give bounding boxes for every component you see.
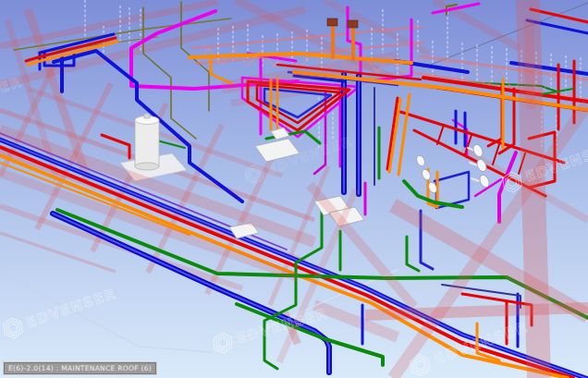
lavatory-oval bbox=[421, 168, 432, 181]
edvenser-logo-icon bbox=[6, 320, 20, 336]
vent-cap bbox=[327, 18, 337, 26]
edvenser-logo-icon bbox=[412, 357, 428, 374]
pipe-segment bbox=[472, 178, 479, 181]
lavatory-oval bbox=[415, 154, 426, 167]
tank-body bbox=[135, 120, 159, 166]
model-viewport[interactable]: EDVENSEREDVENSEREDVENSEREDVENSEREDVENSER… bbox=[0, 0, 588, 378]
structural-beam bbox=[365, 308, 588, 315]
edvenser-logo-icon bbox=[218, 338, 227, 348]
pipe-segment bbox=[437, 125, 444, 144]
tank-bottom bbox=[135, 163, 159, 170]
pipe-segment bbox=[407, 237, 419, 271]
edge-line bbox=[423, 3, 588, 67]
edvenser-logo-icon bbox=[8, 323, 18, 334]
watermark: EDVENSER bbox=[0, 282, 119, 343]
watermark-text: EDVENSER bbox=[24, 285, 118, 331]
edvenser-logo-icon bbox=[250, 170, 258, 179]
edvenser-logo-icon bbox=[415, 360, 424, 371]
edvenser-logo-icon bbox=[215, 335, 229, 351]
view-title-label: E(6)-2.0(14) : MAINTENANCE ROOF (6) bbox=[3, 361, 157, 375]
pipe-segment bbox=[211, 55, 231, 83]
vent-cap bbox=[348, 20, 358, 28]
watermark: EDVENSER bbox=[241, 130, 356, 189]
pipe-segment bbox=[470, 163, 477, 165]
tank-nub bbox=[144, 114, 150, 118]
model-canvas: EDVENSEREDVENSEREDVENSEREDVENSEREDVENSER… bbox=[0, 0, 588, 378]
water-heater-tank bbox=[135, 114, 159, 170]
structural-beam bbox=[529, 18, 531, 109]
